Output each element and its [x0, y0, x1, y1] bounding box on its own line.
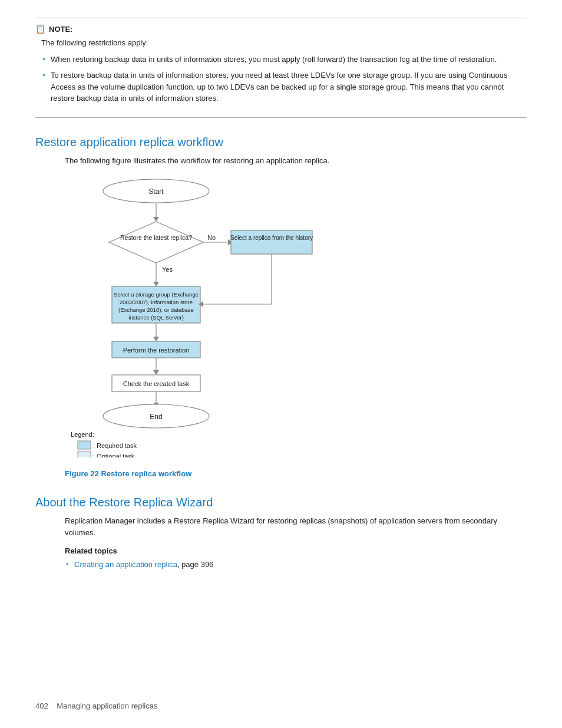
svg-text:End: End [150, 413, 162, 421]
svg-text:(Exchange 2010), or database: (Exchange 2010), or database [118, 307, 194, 313]
svg-text:Perform the restoration: Perform the restoration [123, 347, 190, 354]
svg-marker-3 [153, 217, 159, 222]
related-topics-heading: Related topics [35, 546, 527, 555]
related-link-suffix: , page 396 [177, 560, 213, 569]
note-bullet-1: When restoring backup data in units of i… [41, 54, 527, 65]
note-label: NOTE: [49, 25, 72, 34]
flowchart-svg: Start Restore the latest replica? No Sel… [65, 174, 318, 457]
svg-marker-27 [153, 370, 159, 375]
svg-text:Select a storage group (Exchan: Select a storage group (Exchange [114, 291, 199, 298]
svg-rect-35 [78, 441, 91, 449]
about-section: About the Restore Replica Wizard Replica… [35, 496, 527, 571]
restore-workflow-intro: The following figure illustrates the wor… [35, 155, 527, 167]
svg-text:Check the created task: Check the created task [123, 380, 190, 387]
svg-text:2003/2007), information store: 2003/2007), information store [120, 299, 193, 305]
svg-text:instance (SQL Server): instance (SQL Server) [128, 314, 184, 321]
svg-marker-13 [153, 282, 159, 286]
svg-text:Yes: Yes [162, 266, 173, 273]
svg-text:: Required task: : Required task [93, 442, 137, 449]
page-number: 402 [35, 701, 48, 710]
svg-rect-37 [78, 452, 91, 457]
flowchart-container: Start Restore the latest replica? No Sel… [35, 174, 527, 457]
note-bullet-2: To restore backup data in units of infor… [41, 70, 527, 104]
related-list-item: Creating an application replica, page 39… [65, 559, 527, 571]
svg-marker-23 [153, 337, 159, 341]
note-header: 📋 NOTE: [35, 24, 527, 34]
restore-workflow-heading: Restore application replica workflow [35, 136, 527, 149]
svg-text:No: No [207, 234, 216, 241]
svg-text:Restore the latest replica?: Restore the latest replica? [120, 234, 192, 241]
note-box: 📋 NOTE: The following restrictions apply… [35, 18, 527, 118]
svg-text:Select a replica from the hist: Select a replica from the history [230, 235, 313, 241]
note-body: The following restrictions apply: When r… [35, 37, 527, 104]
page-footer: 402 Managing application replicas [35, 701, 157, 710]
about-heading: About the Restore Replica Wizard [35, 496, 527, 509]
svg-text:Start: Start [148, 187, 164, 196]
related-link[interactable]: Creating an application replica [74, 560, 177, 569]
note-bullets: When restoring backup data in units of i… [41, 54, 527, 104]
note-icon: 📋 [35, 24, 45, 34]
footer-section: Managing application replicas [57, 701, 157, 710]
related-topics-list: Creating an application replica, page 39… [35, 559, 527, 571]
svg-text:Legend:: Legend: [71, 431, 94, 438]
about-body: Replication Manager includes a Restore R… [35, 515, 527, 538]
note-intro: The following restrictions apply: [41, 37, 527, 49]
svg-rect-9 [231, 230, 312, 254]
svg-text:: Optional task: : Optional task [93, 453, 135, 457]
svg-marker-4 [109, 222, 203, 263]
figure-caption: Figure 22 Restore replica workflow [35, 469, 527, 478]
